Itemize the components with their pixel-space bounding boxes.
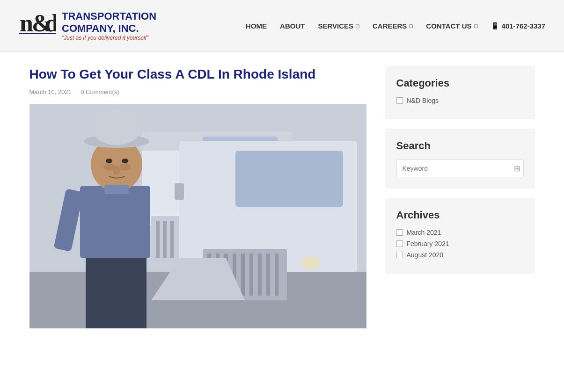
archive-checkbox-march[interactable] [396,229,403,236]
svg-point-41 [122,159,128,163]
main-container: How To Get Your Class A CDL In Rhode Isl… [11,66,554,328]
main-nav: HOME ABOUT SERVICES ▢ CAREERS ▢ CONTACT … [246,22,545,30]
article-area: How To Get Your Class A CDL In Rhode Isl… [29,66,366,328]
svg-rect-29 [86,254,146,328]
svg-point-42 [113,166,120,175]
search-input[interactable] [396,160,524,177]
phone-icon: 📱 [491,22,499,29]
truck-scene-bg [29,104,366,328]
svg-text:n: n [20,10,33,36]
svg-rect-24 [258,254,262,296]
svg-point-40 [106,159,112,163]
svg-point-39 [119,163,131,171]
archive-label-feb: February 2021 [407,240,449,247]
phone-number: 401-762-3337 [502,22,545,30]
archive-label-aug: August 2020 [407,251,444,259]
logo-area[interactable]: n & d TRANSPORTATION COMPANY, INC. "Just… [19,7,156,44]
categories-title: Categories [396,77,524,89]
archives-title: Archives [396,209,524,221]
careers-dropdown-icon: ▢ [409,23,413,29]
nav-careers[interactable]: CAREERS ▢ [373,22,413,30]
svg-rect-28 [175,183,184,200]
company-name-line1: TRANSPORTATION [62,10,156,22]
search-title: Search [396,140,524,152]
svg-rect-23 [249,254,253,296]
meta-separator: | [75,88,77,95]
category-checkbox[interactable] [396,97,403,104]
archive-label-march: March 2021 [407,229,441,236]
svg-rect-26 [275,254,278,296]
categories-section: Categories N&D Blogs [385,66,535,119]
truck-scene-svg [29,104,366,328]
nav-about[interactable]: ABOUT [280,22,305,30]
category-item-ndblog[interactable]: N&D Blogs [396,97,524,104]
search-section: Search ⊞ [385,129,535,189]
services-dropdown-icon: ▢ [355,23,359,29]
article-comments[interactable]: 0 Comment(s) [81,88,119,95]
svg-rect-11 [163,221,167,258]
article-title: How To Get Your Class A CDL In Rhode Isl… [29,66,366,83]
article-hero-image [29,104,366,328]
archive-checkbox-feb[interactable] [396,240,403,247]
nav-services[interactable]: SERVICES ▢ [318,22,359,30]
phone-area[interactable]: 📱 401-762-3337 [491,22,545,30]
search-button[interactable]: ⊞ [514,164,520,173]
svg-text:d: d [45,10,56,36]
svg-point-37 [91,109,142,145]
archive-item-aug2020[interactable]: August 2020 [396,251,524,259]
nav-contact[interactable]: CONTACT US ▢ [426,22,477,30]
svg-point-16 [301,256,320,269]
archive-item-march2021[interactable]: March 2021 [396,229,524,236]
svg-rect-25 [266,254,270,296]
category-label: N&D Blogs [407,97,439,104]
logo-text: TRANSPORTATION COMPANY, INC. "Just as if… [62,10,156,42]
company-name-line2: COMPANY, INC. [62,22,156,35]
archives-section: Archives March 2021 February 2021 August… [385,198,535,274]
sidebar: Categories N&D Blogs Search ⊞ Archives M… [385,66,535,328]
svg-rect-14 [235,151,343,207]
article-date: March 10, 2021 [29,88,72,95]
nav-home[interactable]: HOME [246,22,267,30]
archive-item-feb2021[interactable]: February 2021 [396,240,524,247]
svg-rect-12 [170,221,174,258]
logo-icon: n & d [19,7,56,44]
svg-rect-43 [104,185,129,194]
article-meta: March 10, 2021 | 0 Comment(s) [29,88,366,95]
svg-rect-22 [241,254,245,296]
svg-rect-10 [156,221,160,258]
company-tagline: "Just as if you delivered it yourself" [62,35,156,41]
archive-checkbox-aug[interactable] [396,252,403,258]
search-input-wrap: ⊞ [396,160,524,177]
site-header: n & d TRANSPORTATION COMPANY, INC. "Just… [0,0,564,52]
contact-dropdown-icon: ▢ [474,23,478,29]
